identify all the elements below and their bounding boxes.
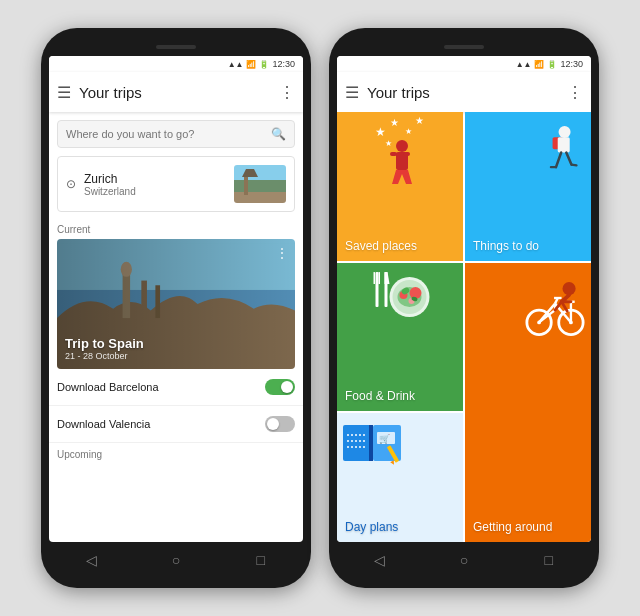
dest-country: Switzerland [84, 186, 226, 197]
svg-rect-17 [558, 137, 570, 152]
things-to-do-illustration [537, 120, 587, 180]
wifi-icon: 📶 [246, 60, 256, 69]
day-plans-label: Day plans [345, 520, 455, 534]
svg-rect-14 [403, 152, 410, 156]
svg-point-46 [563, 282, 576, 295]
nav-bar-left: ◁ ○ □ [49, 542, 303, 578]
trip-dates: 21 - 28 October [65, 351, 144, 361]
things-to-do-label: Things to do [473, 239, 583, 253]
saved-places-cell[interactable]: ★ ★ ★ ★ ★ Saved places [337, 112, 463, 261]
toggle-label-valencia: Download Valencia [57, 418, 265, 430]
menu-icon-left[interactable]: ☰ [57, 83, 71, 102]
svg-text:★: ★ [405, 127, 412, 136]
explore-grid: ★ ★ ★ ★ ★ Saved places [337, 112, 591, 542]
back-button-left[interactable]: ◁ [81, 550, 101, 570]
svg-text:★: ★ [385, 139, 392, 148]
left-phone: ▲▲ 📶 🔋 12:30 ☰ Your trips ⋮ 🔍 ⊙ Zurich S… [41, 28, 311, 588]
dest-name: Zurich [84, 172, 226, 186]
svg-rect-51 [343, 425, 371, 461]
toggle-row-barcelona: Download Barcelona [49, 369, 303, 406]
svg-text:★: ★ [415, 116, 424, 126]
svg-line-19 [566, 153, 571, 165]
svg-line-18 [556, 153, 561, 168]
toggle-valencia[interactable] [265, 416, 295, 432]
svg-rect-53 [369, 425, 373, 461]
trip-more-icon[interactable]: ⋮ [275, 245, 289, 261]
recent-button-right[interactable]: □ [539, 550, 559, 570]
battery-icon: 🔋 [259, 60, 269, 69]
nav-bar-right: ◁ ○ □ [337, 542, 591, 578]
getting-around-label: Getting around [473, 520, 583, 534]
home-button-left[interactable]: ○ [166, 550, 186, 570]
upcoming-section-label: Upcoming [49, 443, 303, 464]
toggle-barcelona[interactable] [265, 379, 295, 395]
battery-icon-right: 🔋 [547, 60, 557, 69]
svg-point-15 [559, 126, 571, 138]
svg-point-11 [396, 140, 408, 152]
phone-top-left [49, 38, 303, 56]
current-section-label: Current [49, 220, 303, 239]
phone-top-right [337, 38, 591, 56]
status-bar-left: ▲▲ 📶 🔋 12:30 [49, 56, 303, 72]
toggle-label-barcelona: Download Barcelona [57, 381, 265, 393]
location-icon: ⊙ [66, 177, 76, 191]
app-bar-left: ☰ Your trips ⋮ [49, 72, 303, 112]
dest-thumbnail [234, 165, 286, 203]
left-screen: ▲▲ 📶 🔋 12:30 ☰ Your trips ⋮ 🔍 ⊙ Zurich S… [49, 56, 303, 542]
time-right: 12:30 [560, 59, 583, 69]
saved-places-illustration: ★ ★ ★ ★ ★ [370, 116, 430, 191]
trip-card[interactable]: Trip to Spain 21 - 28 October ⋮ [57, 239, 295, 369]
svg-text:★: ★ [390, 117, 399, 128]
getting-around-cell[interactable]: Getting around [465, 263, 591, 542]
search-bar[interactable]: 🔍 [57, 120, 295, 148]
more-icon-right[interactable]: ⋮ [567, 83, 583, 102]
right-phone: ▲▲ 📶 🔋 12:30 ☰ Your trips ⋮ ★ ★ ★ ★ ★ [329, 28, 599, 588]
food-illustration [368, 267, 433, 327]
saved-places-label: Saved places [345, 239, 455, 253]
things-to-do-cell[interactable]: Things to do [465, 112, 591, 261]
day-plans-illustration: 🛒 [341, 417, 406, 472]
signal-icon-right: ▲▲ [516, 60, 532, 69]
wifi-icon-right: 📶 [534, 60, 544, 69]
app-bar-right: ☰ Your trips ⋮ [337, 72, 591, 112]
svg-rect-23 [374, 272, 376, 284]
day-plans-cell[interactable]: 🛒 Day plans [337, 413, 463, 542]
dest-info: Zurich Switzerland [84, 172, 226, 197]
destination-card[interactable]: ⊙ Zurich Switzerland [57, 156, 295, 212]
speaker-right [444, 45, 484, 49]
status-bar-right: ▲▲ 📶 🔋 12:30 [337, 56, 591, 72]
trip-info: Trip to Spain 21 - 28 October [65, 336, 144, 361]
svg-rect-22 [376, 272, 379, 307]
svg-rect-24 [379, 272, 381, 284]
page-title-left: Your trips [79, 84, 271, 101]
svg-text:★: ★ [375, 125, 386, 139]
trip-title: Trip to Spain [65, 336, 144, 351]
time-left: 12:30 [272, 59, 295, 69]
page-title-right: Your trips [367, 84, 559, 101]
getting-around-illustration [521, 268, 589, 343]
svg-point-29 [410, 287, 422, 299]
more-icon-left[interactable]: ⋮ [279, 83, 295, 102]
svg-line-21 [571, 165, 576, 166]
signal-icon: ▲▲ [228, 60, 244, 69]
food-drink-cell[interactable]: Food & Drink [337, 263, 463, 412]
svg-rect-13 [390, 152, 397, 156]
back-button-right[interactable]: ◁ [369, 550, 389, 570]
speaker-left [156, 45, 196, 49]
food-drink-label: Food & Drink [345, 389, 455, 403]
search-input[interactable] [66, 128, 265, 140]
search-icon: 🔍 [271, 127, 286, 141]
toggle-row-valencia: Download Valencia [49, 406, 303, 443]
home-button-right[interactable]: ○ [454, 550, 474, 570]
menu-icon-right[interactable]: ☰ [345, 83, 359, 102]
svg-text:🛒: 🛒 [379, 433, 391, 445]
right-screen: ▲▲ 📶 🔋 12:30 ☰ Your trips ⋮ ★ ★ ★ ★ ★ [337, 56, 591, 542]
recent-button-left[interactable]: □ [251, 550, 271, 570]
